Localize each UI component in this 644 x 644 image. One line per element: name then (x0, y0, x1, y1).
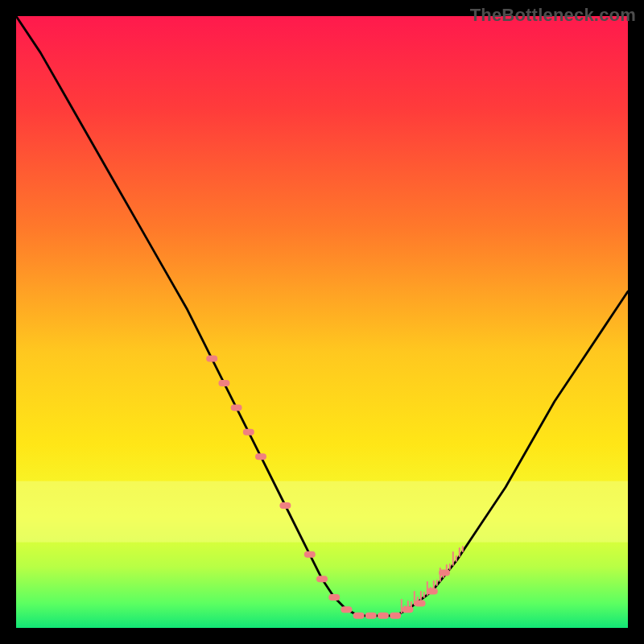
svg-rect-30 (353, 613, 365, 619)
svg-rect-36 (427, 588, 438, 594)
svg-rect-29 (341, 606, 352, 613)
overlay-band (16, 481, 628, 543)
svg-rect-24 (255, 453, 266, 460)
chart-svg (16, 16, 628, 628)
svg-rect-31 (365, 613, 377, 619)
svg-rect-23 (243, 429, 254, 436)
plot-area (16, 16, 628, 628)
svg-rect-20 (206, 356, 217, 362)
svg-rect-28 (328, 594, 340, 601)
svg-rect-22 (231, 404, 242, 411)
svg-rect-35 (415, 601, 426, 607)
svg-rect-25 (279, 502, 291, 509)
svg-rect-27 (316, 576, 328, 582)
svg-rect-34 (402, 606, 413, 613)
svg-rect-32 (378, 613, 389, 619)
svg-rect-37 (439, 570, 450, 576)
svg-rect-33 (390, 613, 401, 619)
svg-rect-26 (304, 551, 316, 558)
svg-rect-21 (218, 380, 229, 386)
watermark-text: TheBottleneck.com (470, 5, 636, 26)
chart-container: TheBottleneck.com (0, 0, 644, 644)
